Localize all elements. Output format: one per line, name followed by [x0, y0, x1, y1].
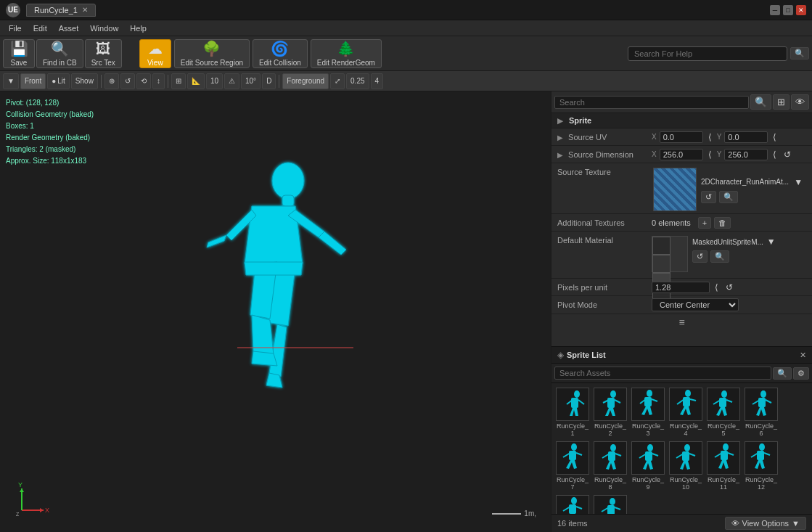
sprite-item-runcycle6[interactable]: RunCycle_6 [743, 386, 779, 438]
pixels-adjust-button[interactable]: ⟨ [713, 282, 721, 293]
snap-button[interactable]: 📐 [187, 73, 205, 89]
maximize-button[interactable]: □ [783, 5, 793, 15]
material-preview[interactable] [652, 236, 688, 272]
help-search-button[interactable]: 🔍 [790, 47, 809, 60]
sprite-item-runcycle4[interactable]: RunCycle_4 [668, 386, 704, 438]
opacity-button[interactable]: 0.25 [346, 73, 369, 89]
material-dropdown-button[interactable]: ▼ [765, 236, 778, 247]
d-button[interactable]: D [262, 73, 276, 89]
properties-grid-view-button[interactable]: ⊞ [773, 94, 790, 110]
sprite-item-runcycle11[interactable]: RunCycle_11 [705, 440, 742, 492]
zoom-button[interactable]: 4 [371, 73, 384, 89]
edit-source-region-button[interactable]: 🌳 Edit Source Region [174, 39, 250, 68]
view-icon: ☁ [148, 40, 163, 57]
menu-edit[interactable]: Edit [28, 22, 53, 34]
edit-collision-button[interactable]: 🌀 Edit Collision [253, 39, 308, 68]
material-reset-button[interactable]: ↺ [692, 250, 708, 263]
source-dim-y-adjust-button[interactable]: ⟨ [771, 149, 779, 160]
source-uv-x-adjust-button[interactable]: ⟨ [706, 131, 714, 143]
properties-search-input[interactable] [554, 96, 749, 109]
viewport[interactable]: Pivot: (128, 128) Collision Geometry (ba… [0, 91, 551, 532]
source-uv-y-adjust-button[interactable]: ⟨ [771, 131, 779, 143]
menu-asset[interactable]: Asset [53, 22, 85, 34]
save-icon: 💾 [10, 40, 28, 57]
sprite-name-runcycle8: RunCycle_8 [594, 476, 627, 491]
menu-window[interactable]: Window [84, 22, 124, 34]
texture-dropdown-button[interactable]: ▼ [792, 176, 805, 188]
triangles-text: Triangles: 2 (masked) [6, 144, 94, 155]
source-dim-x-input[interactable] [660, 149, 703, 160]
sprite-settings-button[interactable]: ⚙ [793, 367, 809, 380]
close-button[interactable]: ✕ [796, 5, 806, 15]
find-in-cb-button[interactable]: 🔍 Find in CB [36, 39, 83, 68]
title-tab[interactable]: RunCycle_1 ✕ [26, 4, 96, 17]
grid-button[interactable]: ⊞ [171, 73, 186, 89]
help-search-input[interactable] [628, 46, 787, 61]
svg-point-26 [685, 390, 691, 397]
sprite-item-runcycle7[interactable]: RunCycle_7 [554, 440, 591, 492]
view-options-button[interactable]: 👁 View Options ▼ [725, 517, 807, 530]
additional-textures-label: Additional Textures [557, 218, 652, 227]
properties-search-button[interactable]: 🔍 [750, 94, 771, 110]
sprite-item-runcycle12[interactable]: RunCycle_12 [743, 440, 779, 492]
source-texture-preview[interactable] [653, 168, 697, 211]
source-uv-y-input[interactable] [724, 131, 768, 143]
refresh-button[interactable]: ⟲ [136, 73, 151, 89]
save-button[interactable]: 💾 Save [3, 39, 35, 68]
snap-value-button[interactable]: 10 [206, 73, 223, 89]
edit-rendergeom-icon: 🌲 [337, 40, 355, 57]
menu-help[interactable]: Help [124, 22, 152, 34]
source-dim-y-input[interactable] [724, 149, 768, 160]
sprite-thumb-runcycle6 [745, 388, 778, 421]
source-dim-x-adjust-button[interactable]: ⟨ [706, 149, 714, 160]
minimize-button[interactable]: ─ [770, 5, 780, 15]
sprite-search-button[interactable]: 🔍 [773, 367, 792, 380]
view-button[interactable]: ☁ View [139, 39, 171, 68]
tab-close-icon[interactable]: ✕ [82, 6, 88, 14]
sprite-search-input[interactable] [554, 367, 771, 380]
source-uv-expand-icon[interactable]: ▶ [557, 134, 563, 142]
sprite-item-runcycle9[interactable]: RunCycle_9 [630, 440, 666, 492]
src-tex-button[interactable]: 🖼 Src Tex [85, 39, 122, 68]
view-mode-front-button[interactable]: Front [20, 73, 46, 89]
texture-search-button[interactable]: 🔍 [719, 191, 738, 203]
find-cb-icon: 🔍 [51, 40, 69, 57]
perspective-toggle-button[interactable]: ▼ [3, 73, 19, 89]
svg-text:Z: Z [16, 512, 20, 517]
pivot-text: Pivot: (128, 128) [6, 97, 94, 109]
foreground-button[interactable]: Foreground [282, 73, 329, 89]
sprite-list-close-button[interactable]: ✕ [800, 351, 806, 360]
pixels-per-unit-input[interactable] [652, 282, 710, 293]
menu-file[interactable]: File [3, 22, 28, 34]
material-search-button[interactable]: 🔍 [710, 250, 729, 263]
add-texture-button[interactable]: + [698, 217, 711, 229]
warning-button[interactable]: ⚠ [224, 73, 239, 89]
scale-tool-button[interactable]: ↕ [152, 73, 165, 89]
sprite-item-runcycle2[interactable]: RunCycle_2 [592, 386, 628, 438]
remove-texture-button[interactable]: 🗑 [714, 217, 731, 229]
source-dim-reset-button[interactable]: ↺ [782, 149, 793, 160]
translate-tool-button[interactable]: ⊕ [104, 73, 119, 89]
angle-button[interactable]: 10° [241, 73, 261, 89]
sprite-item-runcycle10[interactable]: RunCycle_10 [668, 440, 704, 492]
texture-reset-button[interactable]: ↺ [701, 191, 716, 203]
collapse-icon[interactable]: ≡ [678, 316, 684, 328]
rotate-tool-button[interactable]: ↺ [120, 73, 135, 89]
sprite-section-header[interactable]: ▶ Sprite [551, 113, 812, 128]
pivot-mode-dropdown[interactable]: Center Center [652, 298, 739, 311]
edit-rendergeom-button[interactable]: 🌲 Edit RenderGeom [311, 39, 382, 68]
show-button[interactable]: Show [71, 73, 98, 89]
properties-filter-button[interactable]: 👁 [791, 94, 809, 110]
sprite-item-runcycle5[interactable]: RunCycle_5 [705, 386, 742, 438]
source-uv-x-input[interactable] [660, 131, 703, 143]
sprite-item-runcycle13[interactable]: RunCycle_13 [554, 494, 591, 514]
sprite-item-runcycle8[interactable]: RunCycle_8 [592, 440, 628, 492]
sprite-item-runcycle14[interactable]: RunCycle_14 [592, 494, 628, 514]
expand-icon-button[interactable]: ⤢ [330, 73, 345, 89]
sprite-item-runcycle3[interactable]: RunCycle_3 [630, 386, 666, 438]
pixels-reset-button[interactable]: ↺ [723, 282, 735, 293]
source-dim-expand-icon[interactable]: ▶ [557, 151, 563, 159]
lit-mode-button[interactable]: ● Lit [47, 73, 70, 89]
additional-textures-row: Additional Textures 0 elements + 🗑 [551, 214, 812, 232]
sprite-item-runcycle1[interactable]: RunCycle_1 [554, 386, 591, 438]
